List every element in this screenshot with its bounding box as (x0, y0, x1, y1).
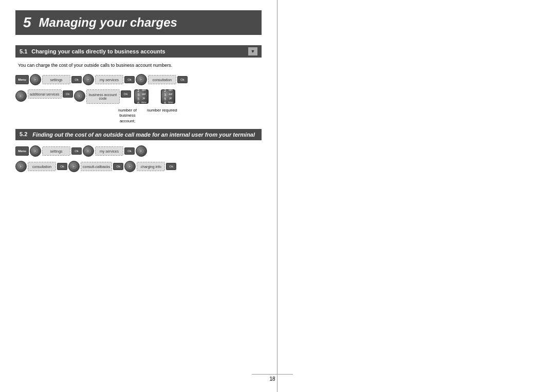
page-number-bar: 18 (252, 374, 293, 382)
section-51-description: You can charge the cost of your outside … (18, 63, 262, 68)
svg-marker-9 (79, 95, 81, 97)
ok-52-5[interactable]: Ok (166, 163, 176, 170)
number-label-1: number ofbusinessaccount; (118, 108, 137, 124)
page-number: 18 (269, 376, 275, 382)
svg-marker-17 (20, 165, 22, 167)
settings-label[interactable]: settings (42, 75, 70, 84)
ok-btn-1[interactable]: Ok (71, 76, 82, 83)
svg-marker-13 (87, 150, 89, 152)
section-51-row1: Menu settings Ok my services (15, 74, 262, 85)
ok-btn-2[interactable]: Ok (124, 76, 135, 83)
svg-marker-19 (73, 165, 75, 167)
phone-unit-menu: Menu (15, 75, 29, 84)
nav-circle-2[interactable] (83, 74, 94, 85)
section-51-row2: additional services Ok business accountc… (15, 89, 262, 104)
keypad-unit-1: 2abc 3def 5jkl 6mno (134, 89, 149, 104)
nav-circle-52-6[interactable] (124, 161, 136, 172)
charging-info-label[interactable]: charging info (137, 162, 165, 171)
business-account-code-label[interactable]: business accountcode (86, 89, 120, 104)
page-left: 5 Managing your charges 5.1 Charging you… (0, 0, 278, 392)
nav-circle-52-5[interactable] (68, 161, 80, 172)
svg-marker-21 (129, 165, 131, 167)
section-52-title: Finding out the cost of an outside call … (32, 131, 255, 138)
consult-callbacks-label[interactable]: consult-callbacks (81, 162, 112, 171)
page-right (278, 0, 555, 392)
section-52-heading: 5.2 Finding out the cost of an outside c… (15, 129, 262, 140)
nav-circle-5[interactable] (74, 90, 85, 102)
chapter-title: Managing your charges (39, 15, 177, 30)
ok-52-1[interactable]: Ok (71, 147, 82, 155)
section-52-number: 5.2 (20, 131, 27, 137)
ok-52-4[interactable]: Ok (113, 163, 123, 170)
nav-circle-52-3[interactable] (136, 145, 147, 157)
number-labels: number ofbusinessaccount; number require… (116, 108, 262, 124)
section-51-number: 5.1 (20, 48, 27, 54)
additional-services-label[interactable]: additional services (28, 89, 62, 99)
my-services-label-52[interactable]: my services (95, 146, 123, 156)
nav-circle-3[interactable] (136, 74, 147, 85)
chapter-heading: 5 Managing your charges (15, 10, 262, 35)
svg-marker-1 (34, 79, 36, 81)
nav-circle-4[interactable] (15, 90, 27, 102)
svg-marker-5 (140, 79, 142, 81)
section-52-row1: Menu settings Ok my services (15, 145, 262, 157)
chapter-number: 5 (23, 14, 31, 31)
svg-marker-7 (20, 95, 22, 97)
ok-52-2[interactable]: Ok (124, 147, 135, 155)
ok-btn-4[interactable]: Ok (63, 90, 73, 98)
section-52-row2: consultation Ok consult-callbacks Ok (15, 161, 262, 172)
my-services-label[interactable]: my services (95, 75, 123, 84)
nav-circle-52-2[interactable] (83, 145, 94, 157)
ok-52-3[interactable]: Ok (57, 163, 67, 170)
nav-circle-1[interactable] (30, 74, 41, 85)
svg-marker-15 (140, 150, 142, 152)
keypad-2[interactable]: 2abc 3def 5jkl 6mno (161, 89, 175, 104)
section-51-title: Charging your calls directly to business… (31, 48, 165, 54)
keypad-1[interactable]: 2abc 3def 5jkl 6mno (134, 89, 149, 104)
nav-circle-52-4[interactable] (15, 161, 27, 172)
ok-btn-5[interactable]: Ok (121, 90, 131, 98)
section-51-heading: 5.1 Charging your calls directly to busi… (15, 45, 262, 58)
settings-label-52[interactable]: settings (42, 146, 70, 156)
keypad-unit-2: 2abc 3def 5jkl 6mno (161, 89, 175, 104)
section-arrow: ▼ (248, 47, 257, 55)
section-51-heading-left: 5.1 Charging your calls directly to busi… (20, 48, 165, 54)
svg-marker-11 (34, 150, 36, 152)
consultation-label-52[interactable]: consultation (28, 162, 56, 171)
menu-button[interactable]: Menu (15, 75, 29, 84)
svg-marker-3 (87, 79, 89, 81)
consultation-label[interactable]: consultation (148, 75, 176, 84)
nav-circle-52-1[interactable] (30, 145, 41, 157)
ok-btn-3[interactable]: Ok (177, 76, 188, 83)
menu-button-52[interactable]: Menu (15, 146, 29, 156)
number-label-2: number required (147, 108, 177, 124)
